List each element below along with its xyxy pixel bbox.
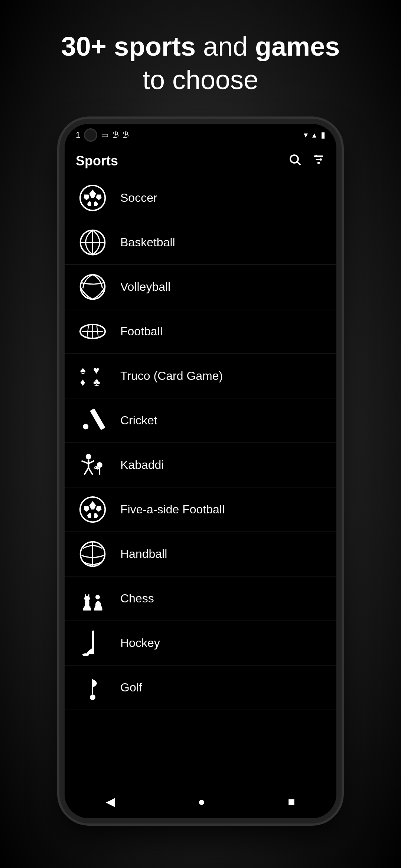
status-bar: 1 ▭ ℬ ℬ ▾ ▴ ▮ xyxy=(65,124,336,146)
sport-name-golf: Golf xyxy=(120,681,142,694)
svg-point-6 xyxy=(320,158,322,161)
svg-text:♠: ♠ xyxy=(80,364,85,376)
svg-rect-49 xyxy=(85,601,89,607)
svg-point-0 xyxy=(290,155,298,163)
status-icons: ▾ ▴ ▮ xyxy=(304,130,325,140)
hockey-icon xyxy=(76,627,109,660)
sport-name-basketball: Basketball xyxy=(120,236,175,249)
svg-rect-53 xyxy=(88,594,89,596)
app-title: Sports xyxy=(76,153,118,169)
svg-text:♥: ♥ xyxy=(93,364,100,376)
sport-name-handball: Handball xyxy=(120,547,167,561)
sport-name-football: Football xyxy=(120,325,163,338)
sport-name-hockey: Hockey xyxy=(120,636,160,650)
svg-text:♣: ♣ xyxy=(93,376,100,388)
sport-item-volleyball[interactable]: Volleyball xyxy=(65,265,336,309)
football-icon xyxy=(76,315,109,348)
svg-marker-44 xyxy=(94,513,98,518)
wifi-icon: ▾ xyxy=(304,130,308,140)
search-button[interactable] xyxy=(288,153,301,169)
chess-icon xyxy=(76,582,109,615)
header-bold2: games xyxy=(255,32,340,61)
sport-item-kabaddi[interactable]: Kabaddi xyxy=(65,443,336,487)
svg-marker-40 xyxy=(89,501,96,510)
svg-point-28 xyxy=(83,424,88,430)
status-left: 1 ▭ ℬ ℬ xyxy=(76,128,129,142)
kabaddi-icon xyxy=(76,448,109,482)
svg-point-7 xyxy=(317,162,320,164)
sport-item-truco[interactable]: ♠ ♥ ♦ ♣ Truco (Card Game) xyxy=(65,354,336,398)
svg-marker-11 xyxy=(96,195,101,200)
promo-header: 30+ sports and games to choose xyxy=(61,30,340,96)
svg-point-17 xyxy=(80,275,105,299)
cricket-icon xyxy=(76,404,109,437)
golf-icon xyxy=(76,671,109,704)
svg-marker-9 xyxy=(89,190,96,198)
svg-marker-43 xyxy=(87,513,91,518)
app-bar: Sports xyxy=(65,146,336,176)
five-a-side-icon xyxy=(76,493,109,526)
app-bar-icons xyxy=(288,153,325,169)
svg-rect-56 xyxy=(95,604,101,607)
svg-line-33 xyxy=(84,468,88,475)
nav-home-button[interactable]: ● xyxy=(198,795,205,809)
sport-item-hockey[interactable]: Hockey xyxy=(65,621,336,665)
sport-name-soccer: Soccer xyxy=(120,191,157,205)
truco-icon: ♠ ♥ ♦ ♣ xyxy=(76,359,109,393)
svg-point-29 xyxy=(85,454,91,460)
nav-recent-button[interactable]: ■ xyxy=(288,795,295,809)
svg-rect-27 xyxy=(90,408,105,430)
status-time: 1 xyxy=(76,130,80,140)
sport-name-kabaddi: Kabaddi xyxy=(120,458,164,472)
svg-rect-47 xyxy=(83,608,91,611)
svg-marker-42 xyxy=(96,506,101,512)
svg-marker-12 xyxy=(87,201,91,207)
svg-marker-10 xyxy=(84,195,89,200)
phone-frame: 1 ▭ ℬ ℬ ▾ ▴ ▮ Sports xyxy=(59,119,342,823)
camera-notch xyxy=(84,128,97,142)
sport-name-volleyball: Volleyball xyxy=(120,280,170,294)
svg-rect-59 xyxy=(92,631,94,650)
soccer-icon xyxy=(76,181,109,215)
header-line2: to choose xyxy=(61,63,340,96)
svg-text:♦: ♦ xyxy=(80,376,85,388)
filter-button[interactable] xyxy=(312,153,325,169)
status-icon2: ℬ xyxy=(113,130,119,140)
header-normal: and xyxy=(203,32,255,61)
svg-marker-13 xyxy=(94,201,98,207)
sport-item-golf[interactable]: Golf xyxy=(65,665,336,710)
sport-name-cricket: Cricket xyxy=(120,414,157,427)
battery-icon: ▮ xyxy=(321,130,325,140)
svg-rect-58 xyxy=(97,595,99,596)
basketball-icon xyxy=(76,226,109,259)
svg-point-60 xyxy=(82,653,89,656)
sport-item-basketball[interactable]: Basketball xyxy=(65,220,336,265)
status-icon1: ▭ xyxy=(101,130,109,140)
sports-list: Soccer Basketball Volleyball Football ♠ … xyxy=(65,176,336,785)
sport-item-five-a-side[interactable]: Five-a-side Football xyxy=(65,487,336,532)
sport-item-handball[interactable]: Handball xyxy=(65,532,336,576)
svg-rect-52 xyxy=(85,594,86,596)
svg-rect-54 xyxy=(94,608,102,611)
sport-name-truco: Truco (Card Game) xyxy=(120,369,223,383)
sport-item-soccer[interactable]: Soccer xyxy=(65,176,336,220)
svg-point-5 xyxy=(315,155,317,157)
sport-name-chess: Chess xyxy=(120,592,154,605)
sport-item-chess[interactable]: Chess xyxy=(65,576,336,621)
handball-icon xyxy=(76,537,109,571)
volleyball-icon xyxy=(76,270,109,304)
status-icon3: ℬ xyxy=(123,130,129,140)
sport-name-five-a-side: Five-a-side Football xyxy=(120,503,225,516)
sport-item-football[interactable]: Football xyxy=(65,309,336,354)
svg-point-61 xyxy=(90,694,95,700)
sport-item-cricket[interactable]: Cricket xyxy=(65,398,336,443)
svg-marker-41 xyxy=(84,506,89,512)
nav-back-button[interactable]: ◀ xyxy=(106,795,115,809)
svg-line-34 xyxy=(88,468,92,475)
signal-icon: ▴ xyxy=(312,130,316,140)
svg-line-31 xyxy=(81,461,88,464)
svg-line-1 xyxy=(297,162,300,165)
svg-point-35 xyxy=(97,462,102,468)
nav-bar: ◀ ● ■ xyxy=(65,785,336,818)
header-bold1: 30+ sports xyxy=(61,32,196,61)
